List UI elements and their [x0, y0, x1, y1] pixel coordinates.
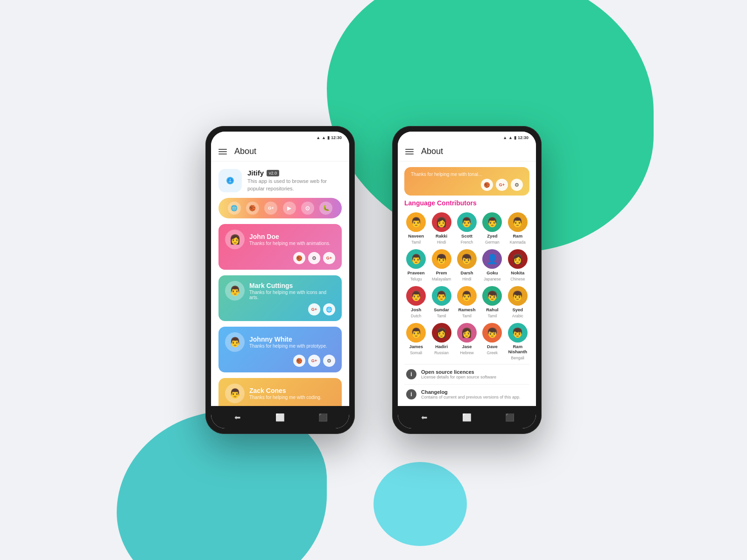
contrib-avatar-18: 👦 [482, 323, 502, 343]
globe-btn-mark[interactable]: 🌐 [323, 303, 335, 315]
play-icon[interactable]: ▶ [283, 202, 296, 215]
contrib-avatar-7: 👦 [457, 249, 477, 269]
contrib-item-darsh[interactable]: 👦 Darsh Hindi [455, 249, 479, 281]
gplus-btn-johnny[interactable]: G+ [308, 355, 320, 367]
dribbble-btn[interactable]: 🏀 [293, 252, 305, 264]
social-johnny: 🏀 G+ ⚙ [225, 355, 335, 367]
info-john: John Doe Thanks for helping me with anim… [249, 233, 330, 246]
github-partial[interactable]: ⚙ [511, 179, 523, 191]
contrib-lang-3: German [485, 240, 500, 245]
dribbble-btn-johnny[interactable]: 🏀 [293, 355, 305, 367]
phone-2-status-bar: ▲ ▲ ▮ 12:30 [398, 132, 536, 142]
contrib-item-rahul[interactable]: 👦 Rahul Tamil [480, 286, 504, 318]
contrib-name-2: Scott [461, 233, 472, 238]
wifi-icon: ▲ [316, 135, 320, 140]
phone-2-screen-content: Thanks for helping me with tonal... 🏀 G+… [398, 161, 536, 406]
hamburger-icon-2[interactable] [405, 149, 414, 154]
contrib-avatar-3: 👨 [482, 212, 502, 232]
contrib-item-dave[interactable]: 👦 Dave Greek [480, 323, 504, 360]
app-info: Jitify v2.0 This app is used to browse w… [218, 169, 342, 192]
google-plus-icon[interactable]: G+ [264, 202, 277, 215]
contrib-item-syed[interactable]: 👦 Syed Arabic [506, 286, 529, 318]
contrib-item-nokita[interactable]: 👩 Nokita Chinese [506, 249, 529, 281]
contrib-name-14: Syed [512, 307, 523, 312]
contrib-lang-19: Bengali [511, 356, 524, 360]
info-text-0: Open source licences License details for… [421, 369, 496, 379]
battery-icon: ▮ [327, 135, 330, 140]
info-row-0[interactable]: i Open source licences License details f… [404, 364, 529, 384]
contrib-lang-9: Chinese [510, 277, 525, 281]
contrib-item-naveen[interactable]: 👨 Naveen Tamil [404, 212, 428, 245]
bug-icon[interactable]: 🐛 [319, 202, 332, 215]
contributor-card-zack[interactable]: 👨 Zack Cones Thanks for helping me with … [218, 378, 342, 406]
contrib-item-scott[interactable]: 👨 Scott French [455, 212, 479, 245]
contributor-card-mark[interactable]: 👨 Mark Cuttings Thanks for helping me wi… [218, 275, 342, 321]
phone-1-inner: ▲ ▲ ▮ 12:30 About [211, 132, 349, 428]
avatar-john: 👩 [225, 230, 245, 249]
home-btn[interactable]: ⬜ [274, 411, 287, 424]
hamburger-icon[interactable] [218, 149, 227, 154]
github-btn-johnny[interactable]: ⚙ [323, 355, 335, 367]
contrib-item-sundar[interactable]: 👨 Sundar Tamil [430, 286, 453, 318]
contrib-avatar-1: 👩 [432, 212, 451, 232]
partial-card-text: Thanks for helping me with tonal... [411, 172, 523, 177]
contrib-item-rakki[interactable]: 👩 Rakki Hindi [430, 212, 453, 245]
info-rows: i Open source licences License details f… [404, 364, 529, 404]
contrib-lang-10: Dutch [411, 314, 421, 318]
contrib-item-prem[interactable]: 👦 Prem Malayalam [430, 249, 453, 281]
github-icon[interactable]: ⚙ [301, 202, 314, 215]
contrib-item-zyed[interactable]: 👨 Zyed German [480, 212, 504, 245]
time: 12:30 [331, 135, 342, 140]
gplus-partial[interactable]: G+ [496, 179, 508, 191]
contrib-item-james[interactable]: 👨 James Somali [404, 323, 428, 360]
contrib-avatar-0: 👨 [406, 212, 426, 232]
contributor-card-john[interactable]: 👩 John Doe Thanks for helping me with an… [218, 224, 342, 270]
recents-btn-2[interactable]: ⬛ [503, 411, 516, 424]
contrib-item-josh[interactable]: 👨 Josh Dutch [404, 286, 428, 318]
contrib-lang-2: French [461, 240, 473, 245]
recents-btn[interactable]: ⬛ [317, 411, 330, 424]
name-mark: Mark Cuttings [249, 282, 335, 289]
social-bar[interactable]: 🌐 🏀 G+ ▶ ⚙ 🐛 [218, 198, 342, 218]
contrib-item-hadiri[interactable]: 👩 Hadiri Russian [430, 323, 453, 360]
back-btn[interactable]: ⬅ [231, 411, 244, 424]
contrib-lang-4: Kannada [510, 240, 526, 245]
contrib-avatar-17: 👩 [457, 323, 477, 343]
name-john: John Doe [249, 233, 330, 240]
dribbble-partial[interactable]: 🏀 [481, 179, 493, 191]
phone-1-status-bar: ▲ ▲ ▮ 12:30 [211, 132, 349, 142]
contrib-item-jase[interactable]: 👩 Jase Hebrew [455, 323, 479, 360]
gplus-btn-mark[interactable]: G+ [308, 303, 320, 315]
status-icons: ▲ ▲ ▮ 12:30 [316, 135, 342, 140]
contrib-name-13: Rahul [486, 307, 498, 312]
globe-icon[interactable]: 🌐 [228, 202, 241, 215]
info-row-1[interactable]: i Changelog Contains of current and prev… [404, 384, 529, 404]
avatar-zack: 👨 [225, 384, 245, 403]
avatar-mark: 👨 [225, 281, 245, 301]
signal-icon-2: ▲ [508, 135, 513, 140]
info-text-1: Changelog Contains of current and previo… [421, 389, 521, 399]
contrib-avatar-5: 👨 [406, 249, 426, 269]
back-btn-2[interactable]: ⬅ [417, 411, 430, 424]
home-btn-2[interactable]: ⬜ [460, 411, 473, 424]
contrib-item-praveen[interactable]: 👨 Praveen Telugu [404, 249, 428, 281]
contrib-lang-0: Tamil [411, 240, 421, 245]
contrib-item-goku[interactable]: 👤 Goku Japanese [480, 249, 504, 281]
contrib-item-ram-nishanth[interactable]: 👦 Ram Nishanth Bengali [506, 323, 529, 360]
github-btn[interactable]: ⚙ [308, 252, 320, 264]
contrib-item-ram[interactable]: 👨 Ram Kannada [506, 212, 529, 245]
contrib-name-4: Ram [513, 233, 523, 238]
partial-card-social: 🏀 G+ ⚙ [411, 179, 523, 191]
contributor-card-johnny[interactable]: 👨 Johnny White Thanks for helping me wit… [218, 327, 342, 372]
avatar-johnny: 👨 [225, 332, 245, 352]
contrib-avatar-14: 👦 [508, 286, 528, 306]
contrib-avatar-19: 👦 [508, 323, 528, 343]
info-johnny: Johnny White Thanks for helping me with … [249, 336, 327, 349]
contrib-name-8: Goku [486, 270, 498, 275]
gplus-btn[interactable]: G+ [323, 252, 335, 264]
phone-2-app-bar: About [398, 142, 536, 161]
contrib-item-ramesh[interactable]: 👨 Ramesh Tamil [455, 286, 479, 318]
dribbble-icon[interactable]: 🏀 [246, 202, 259, 215]
contrib-name-3: Zyed [487, 233, 497, 238]
contrib-lang-8: Japanese [484, 277, 501, 281]
